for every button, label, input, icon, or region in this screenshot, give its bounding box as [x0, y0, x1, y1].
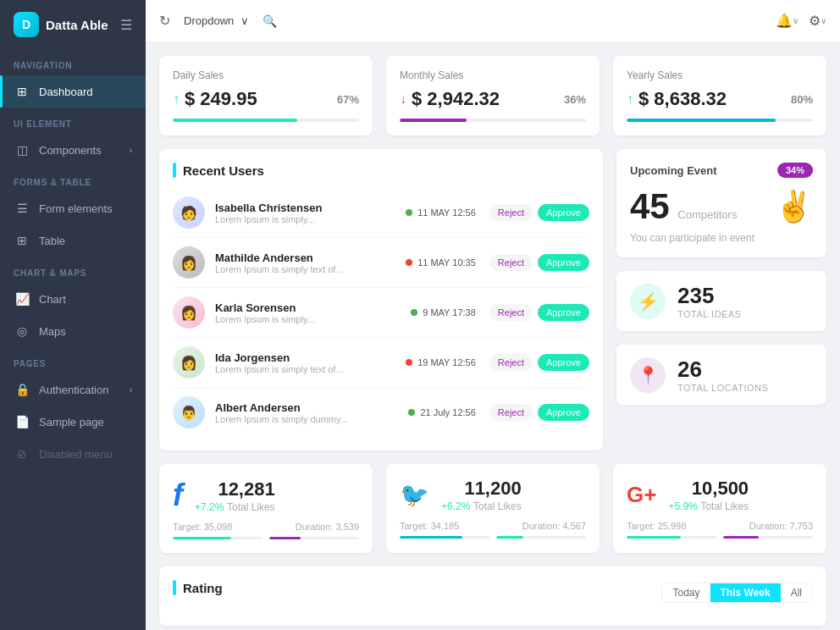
ideas-stats: 235 TOTAL IDEAS	[677, 283, 742, 319]
gp-likes: 10,500 +5.9% Total Likes	[668, 478, 749, 512]
bell-caret-icon: ∨	[793, 16, 799, 25]
daily-sales-progress	[173, 119, 359, 122]
ideas-number: 235	[677, 283, 742, 309]
tw-bars	[400, 536, 586, 539]
user-date: 11 MAY 10:35	[383, 257, 476, 268]
tab-this-week[interactable]: This Week	[710, 583, 781, 602]
reject-button[interactable]: Reject	[489, 204, 533, 221]
main-content: Daily Sales ↑ $ 249.95 67% Monthly Sales…	[146, 42, 840, 630]
page-icon: 📄	[14, 413, 30, 430]
user-actions: Reject Approve	[489, 204, 589, 221]
user-actions: Reject Approve	[489, 404, 589, 421]
sidebar-item-label: Dashboard	[39, 86, 93, 98]
user-info: Mathilde Andersen Lorem Ipsum is simply …	[215, 251, 383, 274]
users-column: Recent Users 🧑 Isabella Christensen Lore…	[159, 149, 603, 450]
user-desc: Lorem Ipsum is simply...	[215, 314, 383, 324]
monthly-sales-percent: 36%	[564, 93, 586, 106]
yearly-sales-progress	[627, 119, 813, 122]
total-ideas-card: ⚡ 235 TOTAL IDEAS	[616, 271, 826, 331]
user-row: 👩 Mathilde Andersen Lorem Ipsum is simpl…	[173, 238, 589, 288]
sidebar-item-form-elements[interactable]: ☰ Form elements	[0, 192, 146, 224]
approve-button[interactable]: Approve	[538, 204, 589, 221]
facebook-icon: f	[173, 478, 183, 513]
locations-label: TOTAL LOCATIONS	[677, 383, 768, 393]
facebook-card: f 12,281 +7.2% Total Likes Target: 35,09…	[159, 464, 373, 553]
googleplus-card: G+ 10,500 +5.9% Total Likes Target: 25,9…	[613, 464, 826, 553]
daily-sales-card: Daily Sales ↑ $ 249.95 67%	[159, 56, 373, 135]
avatar: 👩	[173, 246, 205, 279]
header-right: 🔔 ∨ ⚙ ∨	[776, 13, 826, 29]
monthly-sales-bar	[400, 119, 467, 122]
sidebar-item-label: Form elements	[39, 202, 113, 215]
upcoming-title: Upcoming Event	[630, 164, 717, 177]
components-icon: ◫	[14, 141, 30, 158]
bell-icon: 🔔	[776, 13, 793, 29]
sidebar-item-sample-page[interactable]: 📄 Sample page	[0, 406, 146, 438]
approve-button[interactable]: Approve	[538, 304, 589, 321]
social-top: f 12,281 +7.2% Total Likes	[173, 478, 359, 513]
rating-title: Rating	[173, 580, 223, 595]
user-name: Ida Jorgensen	[215, 351, 383, 364]
hamburger-icon[interactable]: ☰	[120, 17, 132, 33]
reject-button[interactable]: Reject	[489, 304, 533, 321]
sidebar-item-table[interactable]: ⊞ Table	[0, 224, 146, 257]
tw-target: Target: 34,185	[400, 521, 459, 531]
user-info: Albert Andersen Lorem Ipsum is simply du…	[215, 401, 383, 424]
fb-bar-2	[269, 537, 359, 539]
user-actions: Reject Approve	[489, 354, 589, 371]
sidebar-item-components[interactable]: ◫ Components ›	[0, 134, 146, 166]
sidebar-item-dashboard[interactable]: ⊞ Dashboard	[0, 75, 146, 108]
bell-button[interactable]: 🔔 ∨	[776, 13, 799, 29]
fb-bars	[173, 537, 359, 539]
user-date: 11 MAY 12:56	[383, 207, 476, 218]
rating-header: Rating Today This Week All	[173, 580, 813, 605]
status-dot	[408, 409, 415, 416]
gp-bar-1	[627, 536, 716, 539]
dropdown-button[interactable]: Dropdown ∨	[180, 14, 252, 27]
tab-today[interactable]: Today	[662, 583, 710, 602]
settings-button[interactable]: ⚙ ∨	[809, 13, 826, 29]
reject-button[interactable]: Reject	[489, 404, 533, 421]
approve-button[interactable]: Approve	[538, 254, 589, 271]
sidebar-item-label: Maps	[39, 325, 66, 338]
tw-likes-num: 11,200	[441, 478, 522, 500]
sidebar-item-authentication[interactable]: 🔒 Authentication ›	[0, 373, 146, 406]
upcoming-badge: 34%	[777, 163, 813, 178]
sidebar-item-maps[interactable]: ◎ Maps	[0, 315, 146, 347]
user-date: 9 MAY 17:38	[383, 307, 476, 318]
reject-button[interactable]: Reject	[489, 254, 533, 271]
approve-button[interactable]: Approve	[538, 404, 589, 421]
avatar: 🧑	[173, 196, 205, 229]
twitter-card: 🐦 11,200 +6.2% Total Likes Target: 34,18…	[386, 464, 600, 553]
tw-growth: +6.2% Total Likes	[441, 500, 522, 512]
locations-stats: 26 TOTAL LOCATIONS	[677, 356, 768, 393]
two-col-section: Recent Users 🧑 Isabella Christensen Lore…	[159, 149, 826, 450]
sidebar-item-disabled-menu: ⊘ Disabled menu	[0, 438, 146, 470]
forms-section-label: FORMS & TABLE	[0, 166, 146, 192]
ui-section-label: UI ELEMENT	[0, 108, 146, 134]
dropdown-label: Dropdown	[184, 14, 234, 27]
daily-sales-title: Daily Sales	[173, 69, 359, 81]
monthly-sales-title: Monthly Sales	[400, 69, 586, 81]
sidebar-logo: D Datta Able ☰	[0, 0, 146, 49]
fb-likes-num: 12,281	[195, 478, 275, 500]
tw-duration: Duration: 4,567	[522, 521, 586, 531]
facebook-likes: 12,281 +7.2% Total Likes	[195, 478, 275, 513]
upcoming-row: 45 Competitors ✌	[630, 186, 813, 227]
daily-sales-bar	[173, 119, 297, 122]
sidebar-item-chart[interactable]: 📈 Chart	[0, 283, 146, 315]
gp-likes-num: 10,500	[668, 478, 749, 500]
tab-all[interactable]: All	[781, 583, 812, 602]
approve-button[interactable]: Approve	[538, 354, 589, 371]
reject-button[interactable]: Reject	[489, 354, 533, 371]
user-info: Ida Jorgensen Lorem Ipsum is simply text…	[215, 351, 383, 374]
refresh-icon[interactable]: ↻	[159, 13, 170, 29]
fb-bar-1	[173, 537, 262, 539]
sidebar-item-label: Table	[39, 235, 65, 247]
search-icon[interactable]: 🔍	[262, 14, 277, 28]
sidebar-item-label: Chart	[39, 293, 66, 306]
status-dot	[406, 209, 412, 216]
pages-section-label: PAGES	[0, 347, 146, 373]
avatar: 👩	[173, 346, 205, 379]
social-row: f 12,281 +7.2% Total Likes Target: 35,09…	[159, 464, 826, 553]
